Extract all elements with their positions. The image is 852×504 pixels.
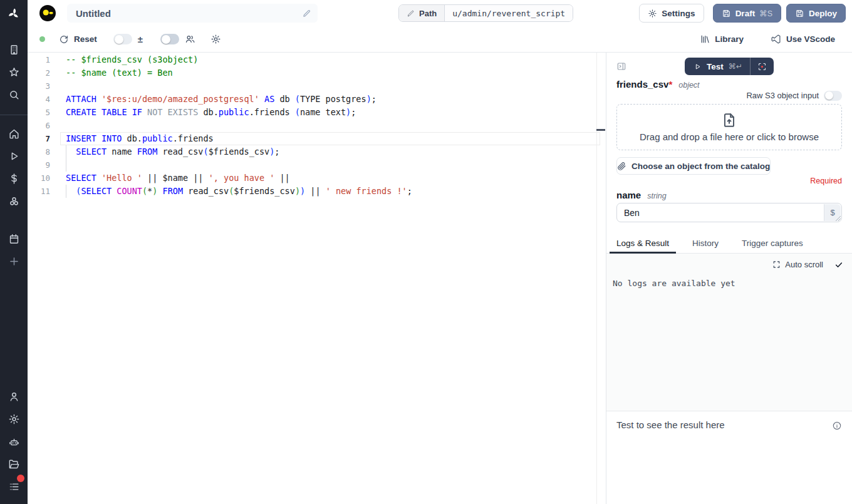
- plus-minus-icon: ±: [138, 34, 143, 44]
- code-line-5: CREATE TABLE IF NOT EXISTS db.public.fri…: [66, 106, 606, 119]
- capture-icon: [757, 62, 767, 71]
- sidebar-item-audit-logs[interactable]: [0, 475, 28, 498]
- file-upload-icon: [721, 112, 737, 128]
- raw-s3-toggle[interactable]: [824, 91, 842, 101]
- check-icon[interactable]: [834, 260, 843, 269]
- line-number: 5: [28, 106, 50, 119]
- choose-catalog-object-button[interactable]: Choose an object from the catalog: [616, 157, 771, 175]
- collapse-panel-icon[interactable]: [616, 61, 626, 71]
- dollar-icon: [8, 173, 20, 185]
- library-icon: [700, 34, 710, 44]
- line-number-gutter: 1234567891011: [28, 53, 50, 198]
- person-icon: [8, 391, 20, 403]
- sidebar-item-home[interactable]: [0, 122, 28, 145]
- line-number: 9: [28, 158, 50, 172]
- test-panel: Test ⌘↵ friends_csv* object Raw S3 objec: [606, 53, 852, 504]
- code-line-1: -- $friends_csv (s3object): [66, 53, 606, 66]
- sidebar-item-schedules[interactable]: [0, 227, 28, 250]
- line-number: 3: [28, 80, 50, 93]
- sidebar-item-variables[interactable]: [0, 167, 28, 190]
- settings-button[interactable]: Settings: [639, 4, 704, 23]
- tab-trigger-captures[interactable]: Trigger captures: [742, 239, 803, 253]
- path-value: u/admin/reverent_script: [445, 5, 573, 21]
- line-number: 2: [28, 66, 50, 80]
- code-line-11: (SELECT COUNT(*) FROM read_csv($friends_…: [66, 185, 606, 198]
- sidebar-item-runs[interactable]: [0, 145, 28, 167]
- code-line-4: ATTACH '$res:u/demo/amazed_postgresql' A…: [66, 93, 606, 106]
- save-icon: [722, 9, 731, 18]
- line-number: 7: [28, 132, 50, 145]
- multiplayer-toggle[interactable]: [160, 34, 179, 44]
- edit-title-pencil-icon[interactable]: [302, 9, 311, 18]
- sidebar-item-folders[interactable]: [0, 453, 28, 475]
- main-area: Untitled Path u/admin/reverent_script Se…: [28, 0, 852, 504]
- sidebar-item-resources[interactable]: [0, 190, 28, 212]
- file-dropzone[interactable]: Drag and drop a file here or click to br…: [616, 104, 842, 150]
- draft-button[interactable]: Draft ⌘S: [713, 4, 781, 23]
- sidebar-item-account[interactable]: [0, 385, 28, 408]
- logs-section: Auto scroll No logs are available yet: [606, 254, 852, 411]
- deploy-button[interactable]: Deploy: [786, 4, 846, 23]
- paperclip-icon: [617, 162, 626, 171]
- sidebar-item-workspace[interactable]: [0, 38, 28, 61]
- tab-logs-result[interactable]: Logs & Result: [616, 239, 669, 253]
- test-button[interactable]: Test ⌘↵: [685, 58, 750, 75]
- connection-status-dot: [39, 36, 45, 42]
- line-number: 4: [28, 93, 50, 106]
- library-button[interactable]: Library: [715, 34, 744, 44]
- sidebar-item-settings[interactable]: [0, 408, 28, 430]
- notification-badge: [17, 475, 24, 482]
- result-placeholder: Test to see the result here: [616, 419, 725, 430]
- field-type: object: [678, 81, 699, 90]
- app-sidebar: [0, 0, 28, 504]
- auto-scroll-label[interactable]: Auto scroll: [785, 260, 823, 269]
- sidebar-item-workers[interactable]: [0, 430, 28, 453]
- play-icon: [694, 63, 702, 71]
- search-icon: [8, 89, 20, 101]
- path-editor[interactable]: Path u/admin/reverent_script: [398, 4, 573, 22]
- robot-icon: [8, 436, 20, 448]
- duckdb-language-icon[interactable]: [39, 4, 56, 22]
- sidebar-item-search[interactable]: [0, 83, 28, 106]
- editor-settings-gear-icon[interactable]: [210, 34, 221, 44]
- resize-handle[interactable]: [835, 215, 841, 221]
- star-icon: [8, 66, 20, 78]
- name-input-wrapper: $: [616, 203, 842, 222]
- test-button-group: Test ⌘↵: [685, 58, 774, 75]
- sidebar-divider: [0, 115, 28, 115]
- field-type: string: [647, 192, 667, 200]
- windmill-logo[interactable]: [0, 0, 28, 28]
- resources-icon: [8, 195, 20, 207]
- sidebar-item-favorites[interactable]: [0, 61, 28, 83]
- expand-logs-icon[interactable]: [772, 260, 781, 269]
- folder-icon: [8, 458, 20, 470]
- tab-history[interactable]: History: [692, 239, 719, 253]
- use-vscode-button[interactable]: Use VScode: [786, 34, 835, 44]
- vscode-icon: [771, 34, 781, 44]
- diff-mode-toggle[interactable]: [113, 34, 132, 44]
- line-number: 6: [28, 119, 50, 132]
- reset-refresh-icon[interactable]: [59, 34, 69, 44]
- reset-label[interactable]: Reset: [74, 34, 97, 44]
- line-number: 1: [28, 53, 50, 66]
- code-line-3: [66, 80, 606, 93]
- panel-tabs: Logs & ResultHistoryTrigger captures: [606, 239, 852, 254]
- line-number: 8: [28, 145, 50, 158]
- draft-shortcut: ⌘S: [759, 9, 772, 18]
- script-title-input[interactable]: Untitled: [67, 4, 318, 23]
- save-icon: [795, 9, 804, 18]
- gear-icon: [648, 9, 657, 18]
- home-icon: [8, 128, 20, 140]
- info-icon[interactable]: [832, 421, 842, 431]
- code-line-7: INSERT INTO db.public.friends: [66, 132, 606, 145]
- list-icon: [8, 481, 20, 493]
- field-name-name: name: [616, 190, 641, 200]
- code-line-2: -- $name (text) = Ben: [66, 66, 606, 80]
- sidebar-nav-top: [0, 28, 28, 106]
- name-input[interactable]: [617, 203, 841, 222]
- overview-cursor-mark: [596, 129, 605, 131]
- sidebar-item-add[interactable]: [0, 250, 28, 272]
- code-editor[interactable]: 1234567891011 -- $friends_csv (s3object)…: [28, 53, 606, 504]
- result-section: Test to see the result here: [606, 411, 852, 504]
- capture-button[interactable]: [751, 58, 774, 75]
